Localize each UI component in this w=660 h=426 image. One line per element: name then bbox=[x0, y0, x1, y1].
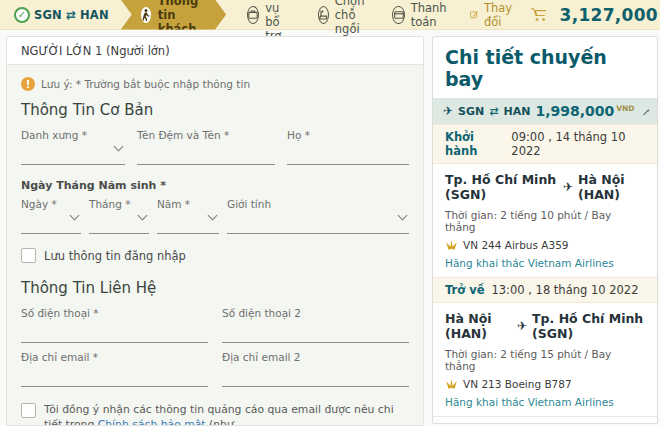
step-payment[interactable]: Thanh toán bbox=[392, 1, 452, 29]
outbound-label: Khởi hành bbox=[445, 130, 504, 158]
summary-to: HAN bbox=[503, 105, 530, 118]
dob-day-label: Ngày * bbox=[21, 198, 81, 210]
pax-price-row: Người lớn x 1 1,998,000VND bbox=[433, 416, 657, 424]
route-to: HAN bbox=[80, 8, 109, 22]
outbound-to: Hà Nội (HAN) bbox=[578, 172, 645, 202]
title-select[interactable]: Danh xưng * bbox=[21, 127, 125, 165]
outbound-flight: VN 244 Airbus A359 bbox=[463, 239, 569, 251]
inbound-from: Hà Nội (HAN) bbox=[445, 311, 512, 341]
passenger-tab[interactable]: NGƯỜI LỚN 1 (Người lớn) bbox=[7, 37, 423, 65]
marketing-consent-row: Tôi đồng ý nhận các thông tin quảng cáo … bbox=[21, 403, 409, 426]
email-input[interactable] bbox=[21, 363, 208, 387]
inbound-operator: Hãng khai thác Vietnam Airlines bbox=[445, 396, 645, 408]
given-name-input[interactable] bbox=[137, 141, 275, 165]
required-note: ! Lưu ý: * Trường bắt buộc nhập thông ti… bbox=[21, 77, 409, 91]
surname-input[interactable] bbox=[287, 141, 409, 165]
change-label: Thay đổi bbox=[484, 1, 517, 29]
flight-details-card: Chi tiết chuyến bay ✈ SGN ⇄ HAN 1,998,00… bbox=[432, 36, 658, 424]
inbound-detail: Hà Nội (HAN) ✈ Tp. Hồ Chí Minh (SGN) Thờ… bbox=[433, 303, 657, 416]
booking-steps-bar: ✓ SGN ⇄ HAN Thông tin khách Dịch vụ bổ t… bbox=[0, 0, 660, 30]
outbound-from: Tp. Hồ Chí Minh (SGN) bbox=[445, 172, 558, 202]
inbound-to: Tp. Hồ Chí Minh (SGN) bbox=[532, 311, 645, 341]
dob-month-label: Tháng * bbox=[89, 198, 149, 210]
privacy-policy-link[interactable]: Chính sách bảo mật bbox=[98, 418, 206, 426]
surname-label: Họ * bbox=[287, 129, 409, 141]
passenger-form-card: NGƯỜI LỚN 1 (Người lớn) ! Lưu ý: * Trườn… bbox=[6, 36, 424, 426]
step-seat-selection[interactable]: Chọn chỗ ngồi bbox=[318, 0, 372, 36]
cart-total-amount: 3,127,000 bbox=[560, 5, 658, 25]
phone2-field[interactable]: Số điện thoại 2 bbox=[222, 305, 409, 343]
credit-card-icon bbox=[392, 6, 404, 24]
phone-field[interactable]: Số điện thoại * bbox=[21, 305, 208, 343]
gender-label: Giới tính bbox=[227, 198, 409, 210]
title-input[interactable] bbox=[21, 141, 125, 165]
route-complete-check-icon: ✓ bbox=[14, 7, 30, 23]
email2-field[interactable]: Địa chỉ email 2 bbox=[222, 349, 409, 387]
email2-label: Địa chỉ email 2 bbox=[222, 351, 409, 363]
warning-icon: ! bbox=[21, 77, 35, 91]
inbound-datetime: 13:00 , 18 tháng 10 2022 bbox=[491, 283, 638, 297]
step-label: Thanh toán bbox=[411, 1, 453, 29]
given-name-field[interactable]: Tên Đệm và Tên * bbox=[137, 127, 275, 165]
basic-info-heading: Thông Tin Cơ Bản bbox=[21, 101, 409, 119]
save-login-label: Lưu thông tin đăng nhập bbox=[44, 249, 186, 263]
edit-pencil-icon bbox=[470, 8, 479, 21]
email-field[interactable]: Địa chỉ email * bbox=[21, 349, 208, 387]
outbound-header: Khởi hành 09:00 , 14 tháng 10 2022 bbox=[433, 124, 657, 164]
dob-year-label: Năm * bbox=[157, 198, 219, 210]
step-label: Thông tin khách bbox=[158, 0, 204, 36]
dob-day-select[interactable]: Ngày * bbox=[21, 196, 81, 234]
step-label: Chọn chỗ ngồi bbox=[335, 0, 372, 36]
plane-icon: ✈ bbox=[443, 104, 453, 118]
title-label: Danh xưng * bbox=[21, 129, 125, 141]
dob-month-select[interactable]: Tháng * bbox=[89, 196, 149, 234]
email2-input[interactable] bbox=[222, 363, 409, 387]
gender-select[interactable]: Giới tính bbox=[227, 196, 409, 234]
inbound-duration: Thời gian: 2 tiếng 15 phút / Bay thẳng bbox=[445, 348, 645, 372]
passenger-walk-icon bbox=[141, 7, 151, 23]
note-label: Lưu ý: bbox=[41, 78, 73, 90]
phone2-input[interactable] bbox=[222, 319, 409, 343]
step-passenger-info[interactable]: Thông tin khách bbox=[121, 0, 226, 30]
flight-details-title: Chi tiết chuyến bay bbox=[433, 37, 657, 98]
gender-input[interactable] bbox=[227, 210, 409, 234]
summary-from: SGN bbox=[458, 105, 484, 118]
airline-lotus-icon bbox=[445, 379, 458, 389]
inbound-flight: VN 213 Boeing B787 bbox=[463, 378, 572, 390]
change-booking-button[interactable]: Thay đổi bbox=[470, 1, 516, 29]
passenger-form-body: ! Lưu ý: * Trường bắt buộc nhập thông ti… bbox=[7, 65, 423, 426]
swap-route-icon: ⇄ bbox=[66, 8, 76, 22]
airline-lotus-icon bbox=[445, 240, 458, 250]
passenger-tab-title: NGƯỜI LỚN 1 (Người lớn) bbox=[21, 44, 170, 58]
marketing-consent-checkbox[interactable] bbox=[21, 403, 36, 418]
surname-field[interactable]: Họ * bbox=[287, 127, 409, 165]
seat-icon bbox=[318, 6, 329, 24]
route-from: SGN bbox=[34, 8, 62, 22]
active-tab-notch bbox=[119, 93, 137, 101]
save-login-checkbox[interactable] bbox=[21, 248, 36, 263]
dob-year-select[interactable]: Năm * bbox=[157, 196, 219, 234]
dob-heading: Ngày Tháng Năm sinh * bbox=[21, 179, 409, 192]
outbound-datetime: 09:00 , 14 tháng 10 2022 bbox=[511, 130, 645, 158]
cart-total: 3,127,000 VND bbox=[560, 5, 660, 25]
outbound-detail: Tp. Hồ Chí Minh (SGN) ✈ Hà Nội (HAN) Thờ… bbox=[433, 164, 657, 277]
swap-route-icon: ⇄ bbox=[489, 105, 498, 118]
route-summary: ✓ SGN ⇄ HAN bbox=[0, 7, 119, 23]
inbound-header: Trở về 13:00 , 18 tháng 10 2022 bbox=[433, 277, 657, 303]
consent-text: Tôi đồng ý nhận các thông tin quảng cáo … bbox=[44, 403, 409, 426]
note-text: * Trường bắt buộc nhập thông tin bbox=[76, 78, 250, 90]
contact-info-heading: Thông Tin Liên Hệ bbox=[21, 279, 409, 297]
cart-icon[interactable] bbox=[531, 7, 548, 22]
given-name-label: Tên Đệm và Tên * bbox=[137, 129, 275, 141]
phone-input[interactable] bbox=[21, 319, 208, 343]
inbound-label: Trở về bbox=[445, 283, 484, 297]
plane-icon: ✈ bbox=[563, 180, 573, 194]
phone2-label: Số điện thoại 2 bbox=[222, 307, 409, 319]
chevron-up-icon[interactable] bbox=[642, 109, 649, 116]
email-label: Địa chỉ email * bbox=[21, 351, 208, 363]
briefcase-icon bbox=[247, 6, 259, 24]
outbound-duration: Thời gian: 2 tiếng 10 phút / Bay thẳng bbox=[445, 209, 645, 233]
outbound-operator: Hãng khai thác Vietnam Airlines bbox=[445, 257, 645, 269]
flight-summary-bar[interactable]: ✈ SGN ⇄ HAN 1,998,000VND bbox=[433, 98, 657, 124]
phone-label: Số điện thoại * bbox=[21, 307, 208, 319]
